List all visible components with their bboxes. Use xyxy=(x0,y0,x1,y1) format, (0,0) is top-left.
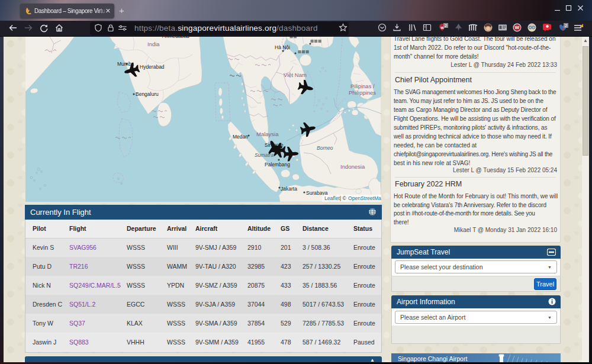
svg-text:Việt Nam: Việt Nam xyxy=(284,72,307,78)
svg-text:2: 2 xyxy=(445,24,447,28)
svg-text:Medan: Medan xyxy=(233,134,248,140)
svg-text:| ©: | © xyxy=(340,195,347,201)
svg-text:Sumatra: Sumatra xyxy=(255,152,274,158)
svg-text:Hà Nội: Hà Nội xyxy=(275,44,290,50)
svg-text:Jakarta: Jakarta xyxy=(281,186,297,192)
svg-text:Pilipinas /: Pilipinas / xyxy=(350,83,375,89)
svg-text:Leaflet: Leaflet xyxy=(324,195,340,201)
svg-text:OpenStreetMap: OpenStreetMap xyxy=(348,195,381,201)
svg-text:Indonesia: Indonesia xyxy=(340,163,365,170)
svg-text:India: India xyxy=(147,41,160,47)
svg-text:Bengaluru: Bengaluru xyxy=(136,91,159,97)
svg-text:2: 2 xyxy=(565,24,567,28)
svg-text:Ahmedabad: Ahmedabad xyxy=(162,37,189,39)
svg-text:Philippines: Philippines xyxy=(349,89,376,96)
svg-text:Borneo: Borneo xyxy=(317,145,333,151)
svg-text:Palembang: Palembang xyxy=(265,162,290,167)
svg-text:Hyderabad: Hyderabad xyxy=(140,64,165,70)
svg-text:Malaysia: Malaysia xyxy=(256,131,279,137)
svg-text:W: W xyxy=(514,25,519,30)
